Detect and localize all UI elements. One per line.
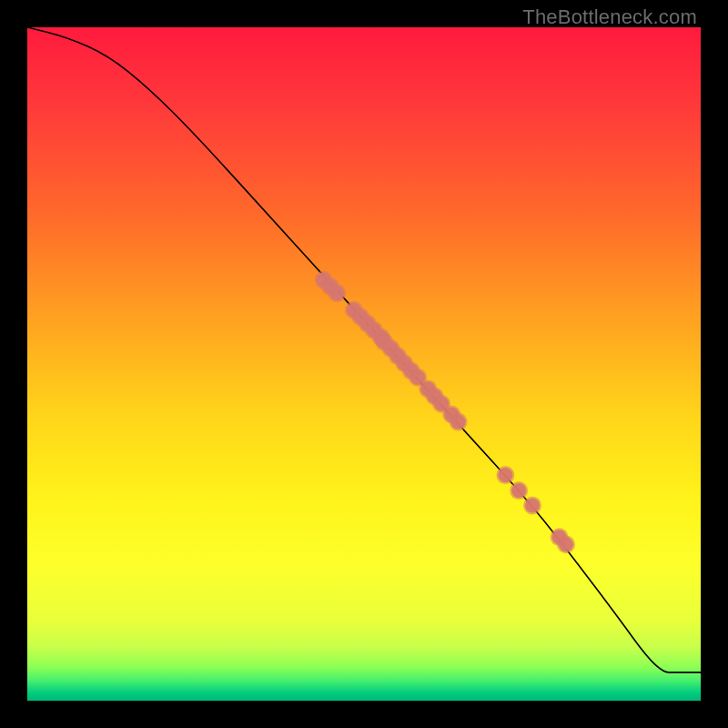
data-point	[451, 415, 466, 430]
data-point	[498, 468, 512, 482]
data-point	[329, 286, 344, 300]
main-curve	[27, 27, 701, 672]
data-point	[511, 483, 526, 498]
data-point	[525, 498, 540, 512]
data-point	[559, 537, 573, 551]
watermark-text: TheBottleneck.com	[522, 5, 697, 29]
plot-area	[27, 27, 701, 701]
chart-frame: TheBottleneck.com	[0, 0, 728, 728]
marker-group	[315, 271, 575, 554]
chart-overlay	[27, 27, 701, 701]
